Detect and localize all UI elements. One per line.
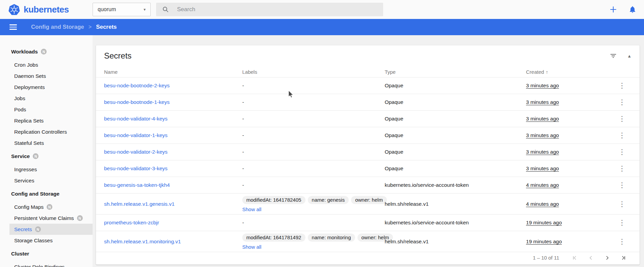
- secret-name-link[interactable]: besu-node-validator-4-keys: [104, 116, 168, 121]
- row-menu-kebab-icon[interactable]: ⋮: [613, 237, 631, 246]
- row-menu-kebab-icon[interactable]: ⋮: [613, 131, 631, 140]
- table-row: sh.helm.release.v1.monitoring.v1 modifie…: [96, 231, 640, 252]
- sidebar-item-persistent-volume-claims[interactable]: Persistent Volume Claims N: [9, 213, 93, 224]
- labels-cell: -: [242, 99, 385, 105]
- secret-name-link[interactable]: sh.helm.release.v1.monitoring.v1: [104, 239, 181, 244]
- labels-cell: -: [242, 220, 385, 226]
- table-row: besu-genesis-sa-token-tjkh4 - kubernetes…: [96, 177, 640, 194]
- secret-name-link[interactable]: besu-node-validator-2-keys: [104, 149, 168, 155]
- show-all-link[interactable]: Show all: [242, 206, 262, 212]
- column-header-name[interactable]: Name: [104, 69, 242, 75]
- secret-name-link[interactable]: besu-node-validator-3-keys: [104, 165, 168, 171]
- namespaced-badge: N: [33, 153, 39, 159]
- table-row: besu-node-validator-3-keys - Opaque 3 mi…: [96, 160, 640, 177]
- page-title: Secrets: [96, 24, 117, 30]
- table-row: besu-node-validator-4-keys - Opaque 3 mi…: [96, 111, 640, 127]
- column-header-type[interactable]: Type: [385, 69, 526, 75]
- created-cell: 4 minutes ago: [526, 182, 559, 188]
- column-header-labels[interactable]: Labels: [242, 69, 385, 75]
- table-row: besu-node-validator-1-keys - Opaque 3 mi…: [96, 127, 640, 144]
- sidebar-item-stateful-sets[interactable]: Stateful Sets: [9, 137, 93, 149]
- sidebar-section-config-and-storage[interactable]: Config and Storage: [0, 188, 93, 199]
- sidebar-section-workloads[interactable]: Workloads N: [0, 46, 93, 57]
- label-chip: name: monitoring: [308, 233, 355, 242]
- sidebar-item-ingresses[interactable]: Ingresses: [9, 164, 93, 175]
- search-bar[interactable]: [156, 3, 383, 16]
- namespace-value: quorum: [98, 6, 116, 13]
- pagination-range: 1 – 10 of 11: [533, 255, 559, 261]
- row-menu-kebab-icon[interactable]: ⋮: [613, 200, 631, 208]
- sidebar-item-deployments[interactable]: Deployments: [9, 82, 93, 93]
- breadcrumb-parent-link[interactable]: Config and Storage: [31, 24, 84, 30]
- labels-cell: -: [242, 132, 385, 138]
- filter-button[interactable]: [610, 52, 617, 59]
- namespace-selector[interactable]: quorum ▾: [93, 3, 151, 16]
- sort-ascending-icon: ↑: [546, 69, 548, 75]
- previous-page-button[interactable]: [583, 254, 599, 261]
- next-page-button[interactable]: [599, 254, 615, 261]
- row-menu-kebab-icon[interactable]: ⋮: [613, 181, 631, 190]
- created-cell: 3 minutes ago: [526, 149, 559, 155]
- sidebar-item-config-maps[interactable]: Config Maps N: [9, 201, 93, 213]
- namespaced-badge: N: [41, 49, 47, 54]
- sidebar-item-label: Jobs: [14, 95, 25, 102]
- sidebar-item-label: Secrets: [14, 226, 32, 232]
- sidebar-item-replica-sets[interactable]: Replica Sets: [9, 115, 93, 126]
- sidebar-item-cluster-role-bindings[interactable]: Cluster Role Bindings: [9, 261, 93, 267]
- sidebar-item-storage-classes[interactable]: Storage Classes: [9, 235, 93, 246]
- last-page-icon: [620, 254, 627, 261]
- card-header: Secrets ▲: [96, 45, 640, 66]
- secret-name-link[interactable]: besu-node-validator-1-keys: [104, 132, 168, 138]
- secret-name-link[interactable]: prometheus-token-zcbjr: [104, 220, 159, 225]
- row-menu-kebab-icon[interactable]: ⋮: [613, 81, 631, 90]
- card-title: Secrets: [104, 51, 610, 61]
- sidebar-item-label: Pods: [14, 107, 26, 113]
- sidebar-item-services[interactable]: Services: [9, 175, 93, 186]
- sidebar-item-daemon-sets[interactable]: Daemon Sets: [9, 70, 93, 82]
- secret-name-link[interactable]: besu-node-bootnode-1-keys: [104, 99, 170, 105]
- collapse-card-button[interactable]: ▲: [627, 53, 631, 59]
- search-input[interactable]: [176, 6, 377, 13]
- sidebar-item-jobs[interactable]: Jobs: [9, 93, 93, 104]
- kubernetes-logo[interactable]: kubernetes: [0, 4, 93, 16]
- type-cell: Opaque: [385, 149, 526, 155]
- secret-name-link[interactable]: besu-node-bootnode-2-keys: [104, 83, 170, 88]
- breadcrumb: Config and Storage > Secrets: [18, 24, 117, 30]
- row-menu-kebab-icon[interactable]: ⋮: [613, 98, 631, 107]
- show-all-link[interactable]: Show all: [242, 244, 262, 250]
- sidebar-section-cluster[interactable]: Cluster: [0, 248, 93, 259]
- type-cell: Opaque: [385, 165, 526, 172]
- notifications-button[interactable]: [628, 5, 637, 14]
- type-cell: Opaque: [385, 83, 526, 89]
- table-header-row: Name Labels Type Created↑: [96, 66, 640, 77]
- sidebar-item-pods[interactable]: Pods: [9, 104, 93, 115]
- type-cell: kubernetes.io/service-account-token: [385, 182, 526, 188]
- sidebar-item-label: Cluster Role Bindings: [14, 264, 65, 267]
- row-menu-kebab-icon[interactable]: ⋮: [613, 148, 631, 156]
- secret-name-link[interactable]: besu-genesis-sa-token-tjkh4: [104, 182, 170, 188]
- labels-cell: modifiedAt: 1641782405 name: genesis own…: [242, 194, 385, 215]
- secret-name-link[interactable]: sh.helm.release.v1.genesis.v1: [104, 201, 175, 207]
- labels-cell: -: [242, 149, 385, 155]
- created-cell: 3 minutes ago: [526, 165, 559, 171]
- first-page-button[interactable]: [567, 254, 583, 261]
- sidebar-item-label: Services: [14, 178, 34, 184]
- sidebar-item-label: Cron Jobs: [14, 62, 38, 68]
- row-menu-kebab-icon[interactable]: ⋮: [613, 218, 631, 227]
- bell-icon: [628, 5, 637, 14]
- column-header-created[interactable]: Created↑: [526, 69, 613, 75]
- sidebar-section-service[interactable]: Service N: [0, 151, 93, 162]
- namespaced-badge: N: [35, 226, 41, 232]
- namespaced-badge: N: [77, 215, 83, 221]
- menu-hamburger-icon[interactable]: [8, 23, 18, 31]
- table-row: prometheus-token-zcbjr - kubernetes.io/s…: [96, 215, 640, 231]
- row-menu-kebab-icon[interactable]: ⋮: [613, 114, 631, 123]
- sidebar-item-secrets[interactable]: Secrets N: [9, 224, 93, 235]
- row-menu-kebab-icon[interactable]: ⋮: [613, 164, 631, 173]
- last-page-button[interactable]: [615, 254, 631, 261]
- sidebar-item-cron-jobs[interactable]: Cron Jobs: [9, 59, 93, 70]
- breadcrumb-separator: >: [89, 24, 92, 30]
- add-resource-button[interactable]: [609, 5, 618, 14]
- sidebar-item-label: Deployments: [14, 84, 45, 90]
- sidebar-item-replication-controllers[interactable]: Replication Controllers: [9, 126, 93, 137]
